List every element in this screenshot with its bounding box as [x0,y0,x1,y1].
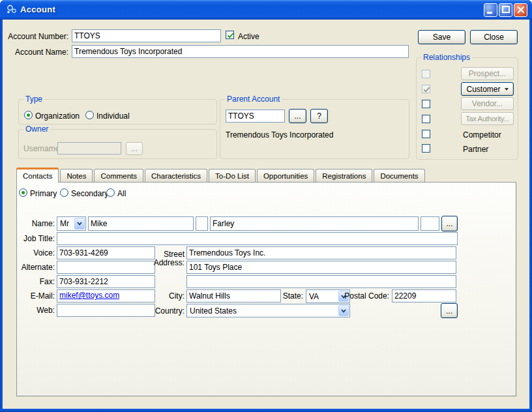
address-browse-button[interactable]: ... [441,303,458,318]
tab-characteristics[interactable]: Characteristics [145,169,207,182]
suffix-field[interactable] [421,216,439,231]
chevron-down-icon [77,222,82,226]
street-address-label: Street Address: [154,250,185,267]
job-title-label: Job Title: [23,234,55,243]
job-title-field[interactable] [57,232,458,245]
email-link[interactable]: mikef@ttoys.com [59,291,119,300]
fax-field[interactable] [57,275,155,288]
web-label: Web: [37,306,55,315]
city-field[interactable] [186,289,281,302]
street-address-3-field[interactable] [186,275,456,288]
tab-contacts[interactable]: Contacts [16,168,59,183]
street-address-2-field[interactable] [186,261,456,274]
email-field[interactable]: mikef@ttoys.com [57,289,155,302]
salutation-value: Mr [60,219,69,228]
voice-label: Voice: [33,248,55,258]
fax-label: Fax: [40,277,55,286]
email-label: E-Mail: [31,291,55,301]
middle-name-field[interactable] [196,216,208,231]
voice-field[interactable] [57,246,155,259]
first-name-field[interactable] [88,216,194,231]
account-window: Account Account Number: Active Account N… [0,0,532,412]
country-value: United States [190,306,237,316]
alternate-label: Alternate: [22,263,55,272]
name-label: Name: [32,219,55,228]
state-combo[interactable]: VA [306,289,350,303]
state-value: VA [309,292,319,301]
postal-code-label: Postal Code: [344,291,389,301]
street-address-1-field[interactable] [186,246,456,259]
tab-registrations[interactable]: Registrations [316,169,372,182]
city-label: City: [169,291,185,301]
contact-browse-button[interactable]: ... [441,216,458,231]
contact-form-layer: Name: Mr ... Job Title: Voice: Alternate… [0,0,532,412]
country-label: Country: [155,306,185,316]
alternate-field[interactable] [57,261,155,274]
tab-strip: Contacts Notes Comments Characteristics … [16,168,425,182]
state-label: State: [283,291,303,301]
tab-notes[interactable]: Notes [60,169,93,182]
salutation-combo[interactable]: Mr [57,216,86,231]
last-name-field[interactable] [210,216,419,231]
web-field[interactable] [57,304,155,317]
tab-comments[interactable]: Comments [94,169,143,182]
tab-todo-list[interactable]: To-Do List [209,169,256,182]
tab-documents[interactable]: Documents [374,169,424,182]
chevron-down-icon [341,309,346,313]
tab-opportunities[interactable]: Opportunities [257,169,314,182]
country-combo[interactable]: United States [186,304,350,317]
postal-code-field[interactable] [392,289,456,302]
